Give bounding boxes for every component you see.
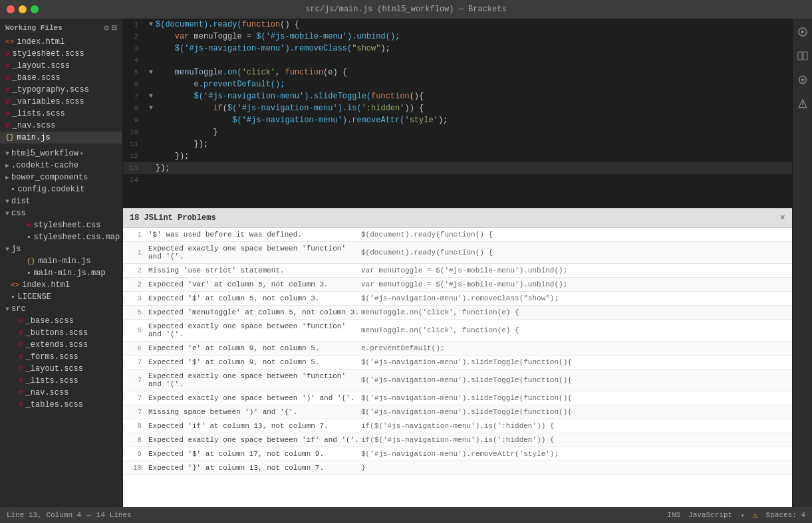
problem-row: 7Missing space between ')' and '{'.$('#j… (123, 405, 792, 419)
project-root-folder[interactable]: ▼ html5_workflow ▾ (0, 148, 122, 159)
prob-message: Expected '$' at column 5, not column 3. (148, 294, 361, 302)
prob-code: $('#js-navigation-menu').slideToggle(fun… (361, 358, 787, 366)
quick-edit-icon[interactable] (795, 72, 811, 88)
prob-line-number: 7 (128, 358, 148, 366)
status-left: Line 13, Column 4 — 14 Lines (7, 511, 132, 519)
line-content: $('#js-navigation-menu').removeAttr('sty… (156, 114, 787, 126)
file-layout-scss[interactable]: # _layout.scss (0, 363, 122, 375)
js-file-icon: {} (5, 134, 14, 142)
prob-message: Expected 'e' at column 9, not column 5. (148, 344, 361, 352)
problems-table[interactable]: 1'$' was used before it was defined.$(do… (123, 228, 792, 507)
file-forms-scss[interactable]: # _forms.scss (0, 351, 122, 363)
close-button[interactable] (7, 5, 15, 13)
folder-dist[interactable]: ▼ dist (0, 195, 122, 207)
code-line-12: 12 }); (123, 150, 792, 162)
prob-line-number: 6 (128, 344, 148, 352)
folder-bower-components[interactable]: ▶ bower_components (0, 171, 122, 183)
file-icon: ▪ (11, 185, 15, 193)
prob-line-number: 7 (128, 408, 148, 416)
line-number: 11 (123, 138, 146, 150)
problems-title: 18 JSLint Problems (130, 213, 216, 223)
working-file-main-js[interactable]: {} main.js (0, 132, 122, 144)
sidebar-header-icons[interactable]: ⚙ ⊟ (104, 23, 117, 33)
folder-src[interactable]: ▼ src (0, 303, 122, 315)
warning-icon[interactable]: ⚠ (753, 510, 758, 520)
prob-message: Expected exactly one space between 'func… (148, 322, 361, 338)
file-name: LICENSE (18, 292, 51, 302)
file-stylesheet-css[interactable]: # stylesheet.css (0, 219, 122, 231)
line-number: 4 (123, 54, 146, 66)
svg-rect-2 (803, 52, 807, 60)
file-base-scss[interactable]: # _base.scss (0, 315, 122, 327)
code-line-5: 5 ▼ menuToggle.on('click', function(e) { (123, 66, 792, 78)
file-license[interactable]: ▪ LICENSE (0, 291, 122, 303)
working-file-typography-scss[interactable]: # _typography.scss (0, 84, 122, 96)
file-buttons-scss[interactable]: # _buttons.scss (0, 327, 122, 339)
scss-file-icon: # (19, 317, 23, 325)
file-config-codekit[interactable]: ▪ config.codekit (0, 183, 122, 195)
prob-line-number: 8 (128, 436, 148, 444)
prob-message: Missing 'use strict' statement. (148, 266, 361, 274)
file-lists-scss[interactable]: # _lists.scss (0, 375, 122, 387)
prob-message: Expected exactly one space between 'if' … (148, 436, 361, 444)
code-editor[interactable]: 1 ▼ $(document).ready(function() { 2 var… (123, 19, 792, 208)
file-index-html[interactable]: <> index.html (0, 279, 122, 291)
working-file-nav-scss[interactable]: # _nav.scss (0, 120, 122, 132)
problem-row: 8Expected 'if' at column 13, not column … (123, 419, 792, 433)
line-number: 6 (123, 78, 146, 90)
working-file-variables-scss[interactable]: # _variables.scss (0, 96, 122, 108)
line-number: 8 (123, 102, 146, 114)
file-name: stylesheet.css.map (34, 233, 120, 242)
code-line-1: 1 ▼ $(document).ready(function() { (123, 19, 792, 31)
problems-header: 18 JSLint Problems × (123, 209, 792, 228)
window-controls[interactable] (7, 5, 39, 13)
prob-code: if($('#js-navigation-menu').is(':hidden'… (361, 422, 787, 430)
prob-message: Expected '$' at column 9, not column 5. (148, 358, 361, 366)
problem-row: 7Expected exactly one space between 'fun… (123, 369, 792, 391)
problem-row: 9Expected '$' at column 17, not column 9… (123, 447, 792, 461)
fold-arrow[interactable]: ▼ (146, 19, 156, 31)
prob-line-number: 7 (128, 376, 148, 384)
fold-arrow[interactable]: ▼ (146, 90, 156, 102)
spaces-setting[interactable]: Spaces: 4 (766, 511, 805, 519)
prob-line-number: 9 (128, 450, 148, 458)
working-file-index-html[interactable]: <> index.html (0, 36, 122, 48)
working-file-stylesheet-scss[interactable]: # stylesheet.scss (0, 48, 122, 60)
prob-code: menuToggle.on('click', function(e) { (361, 326, 787, 334)
dropdown-arrow[interactable]: ▾ (740, 511, 745, 520)
working-file-lists-scss[interactable]: # _lists.scss (0, 108, 122, 120)
problem-row: 3Expected '$' at column 5, not column 3.… (123, 292, 792, 306)
problem-row: 8Expected exactly one space between 'if'… (123, 433, 792, 447)
file-main-min-js[interactable]: {} main-min.js (0, 255, 122, 267)
folder-css[interactable]: ▼ css (0, 207, 122, 219)
line-content: $('#js-navigation-menu').removeClass("sh… (156, 43, 787, 54)
file-stylesheet-css-map[interactable]: ▪ stylesheet.css.map (0, 231, 122, 243)
folder-codekit-cache[interactable]: ▶ .codekit-cache (0, 159, 122, 171)
file-nav-scss[interactable]: # _nav.scss (0, 387, 122, 399)
problems-close-button[interactable]: × (780, 213, 785, 223)
file-diff-icon[interactable] (795, 48, 811, 64)
fold-arrow[interactable]: ▼ (146, 66, 156, 78)
working-file-layout-scss[interactable]: # _layout.scss (0, 60, 122, 72)
lint-problems-icon[interactable] (795, 96, 811, 112)
line-content: menuToggle.on('click', function(e) { (156, 66, 787, 78)
folder-js[interactable]: ▼ js (0, 243, 122, 255)
project-dropdown-arrow[interactable]: ▾ (80, 150, 84, 157)
language-mode[interactable]: JavaScript (688, 511, 732, 519)
minimize-button[interactable] (19, 5, 27, 13)
maximize-button[interactable] (31, 5, 39, 13)
fold-arrow[interactable]: ▼ (146, 102, 156, 114)
code-line-7: 7 ▼ $('#js-navigation-menu').slideToggle… (123, 90, 792, 102)
file-name: _tables.scss (26, 400, 83, 409)
svg-point-8 (802, 106, 803, 107)
split-icon[interactable]: ⊟ (112, 23, 117, 33)
editor-area: 1 ▼ $(document).ready(function() { 2 var… (123, 19, 792, 507)
live-preview-icon[interactable] (795, 24, 811, 40)
html-file-icon: <> (11, 281, 19, 289)
file-extends-scss[interactable]: # _extends.scss (0, 339, 122, 351)
file-main-min-js-map[interactable]: ▪ main-min.js.map (0, 267, 122, 279)
line-content: $('#js-navigation-menu').slideToggle(fun… (156, 90, 787, 102)
file-tables-scss[interactable]: # _tables.scss (0, 399, 122, 411)
gear-icon[interactable]: ⚙ (104, 23, 109, 33)
working-file-base-scss[interactable]: # _base.scss (0, 72, 122, 84)
